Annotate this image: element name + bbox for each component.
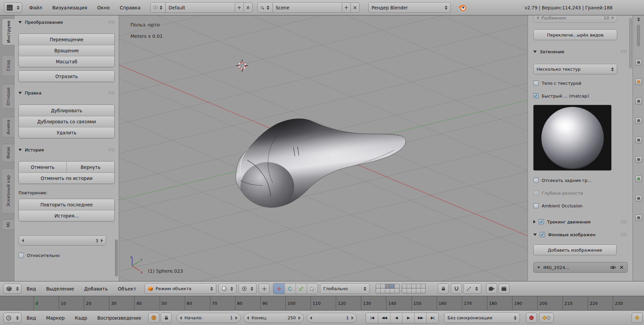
dof-row[interactable]: Глубина резкости xyxy=(533,189,627,197)
keying-set-button[interactable] xyxy=(539,313,554,323)
ao-checkbox[interactable] xyxy=(533,203,539,208)
decrement-arrow-icon[interactable] xyxy=(22,239,24,242)
panel-tab-icon[interactable] xyxy=(635,214,642,221)
textured-solid-checkbox[interactable] xyxy=(533,80,539,86)
lock-range-button[interactable] xyxy=(161,313,172,323)
tab-tools[interactable]: Инструме xyxy=(2,18,15,45)
model-sphere-023[interactable] xyxy=(220,92,415,212)
next-keyframe-button[interactable]: ▶▶ xyxy=(414,313,426,323)
pivot-dropdown[interactable] xyxy=(238,283,257,294)
translate-button[interactable]: Перемещение xyxy=(19,34,114,45)
layout-close-button[interactable]: × xyxy=(244,2,253,13)
tab-physics[interactable]: Физи xyxy=(2,144,14,162)
tab-grease-pencil[interactable]: Эскизный кар xyxy=(2,168,14,213)
relative-checkbox[interactable] xyxy=(18,253,24,258)
editor-type-selector[interactable] xyxy=(3,313,21,323)
chevron-updown-icon[interactable] xyxy=(637,17,640,21)
tab-relations[interactable]: Отноше xyxy=(2,84,14,109)
layer-cell[interactable] xyxy=(395,284,399,288)
render-engine-dropdown[interactable]: Рендер Blender xyxy=(368,2,451,13)
layer-cell[interactable] xyxy=(402,289,407,293)
background-image-item[interactable]: IMG_2024... × xyxy=(533,262,628,273)
jump-to-end-button[interactable]: ▶| xyxy=(426,313,438,323)
tab-animation[interactable]: Анима xyxy=(2,117,14,137)
tab-misc[interactable]: Mi xyxy=(2,219,14,230)
duplicate-linked-button[interactable]: Дублировать со связями xyxy=(19,116,114,127)
relative-checkbox-row[interactable]: Относительно xyxy=(18,251,115,259)
remove-image-icon[interactable]: × xyxy=(620,265,624,270)
backface-cull-row[interactable]: Отсекать задние гр... xyxy=(533,176,627,184)
scale-button[interactable]: Масштаб xyxy=(19,56,114,67)
menu-marker[interactable]: Маркер xyxy=(41,315,70,321)
panel-tab-icon[interactable] xyxy=(635,117,642,124)
steps-number-field[interactable]: 3 xyxy=(18,236,106,246)
layer-cell[interactable] xyxy=(421,289,425,293)
backface-cull-checkbox[interactable] xyxy=(533,178,539,183)
panel-header-transform[interactable]: Преобразование xyxy=(18,18,115,26)
manipulator-translate-button[interactable] xyxy=(273,283,284,294)
layer-cell[interactable] xyxy=(407,289,411,293)
undo-button[interactable]: Отменить xyxy=(19,161,66,173)
mirror-button[interactable]: Отразить xyxy=(19,71,114,82)
ao-row[interactable]: Ambient Occlusion xyxy=(533,202,627,210)
jump-to-start-button[interactable]: |◀ xyxy=(366,313,378,323)
properties-shelf-scrollbar[interactable] xyxy=(629,18,632,68)
preview-range-button[interactable] xyxy=(148,313,159,323)
strip-scrollbar[interactable] xyxy=(637,25,640,46)
layer-cell-active[interactable] xyxy=(385,284,390,288)
transform-orientation-dropdown[interactable]: Глобально xyxy=(320,283,370,294)
menu-add[interactable]: Добавить xyxy=(79,286,113,291)
menu-view[interactable]: Вид xyxy=(21,286,41,291)
panel-header-edit[interactable]: Правка xyxy=(18,89,115,97)
motion-tracking-checkbox[interactable] xyxy=(539,219,544,224)
panel-grip[interactable] xyxy=(621,50,627,53)
menu-window[interactable]: Окно xyxy=(92,5,115,10)
eye-icon[interactable] xyxy=(610,265,616,270)
rotate-button[interactable]: Вращение xyxy=(19,45,114,56)
dof-checkbox[interactable] xyxy=(533,190,539,196)
snap-element-dropdown[interactable] xyxy=(463,283,481,294)
layout-browse-button[interactable] xyxy=(150,2,166,13)
layer-cell[interactable] xyxy=(381,284,385,288)
matcap-checkbox[interactable] xyxy=(533,93,539,99)
expand-arrow-icon[interactable] xyxy=(537,266,540,268)
layer-cell[interactable] xyxy=(402,284,407,288)
panel-grip[interactable] xyxy=(108,148,115,151)
decrement-arrow-icon[interactable] xyxy=(247,316,249,320)
pivot-align-toggle[interactable] xyxy=(259,283,270,294)
tab-create[interactable]: Созд xyxy=(2,55,14,76)
panel-grip[interactable] xyxy=(108,91,115,94)
decrement-arrow-icon[interactable] xyxy=(537,16,539,19)
menu-render[interactable]: Визуализация xyxy=(47,5,92,10)
layer-cell[interactable] xyxy=(416,289,421,293)
layer-cell[interactable] xyxy=(412,289,416,293)
panel-header-motion-tracking[interactable]: Трекинг движения xyxy=(533,218,627,226)
panel-tab-icon[interactable] xyxy=(635,137,642,143)
background-images-checkbox[interactable] xyxy=(540,232,545,237)
viewport-3d[interactable]: Польз.-орто Meters x 0.01 (1) Sphere.023… xyxy=(119,15,528,281)
repeat-last-button[interactable]: Повторить последнее xyxy=(19,199,114,210)
panel-tab-icon[interactable] xyxy=(635,156,642,163)
panel-tab-icon[interactable] xyxy=(635,59,642,66)
increment-arrow-icon[interactable] xyxy=(101,239,103,242)
frame-start-field[interactable]: Начало: 1 xyxy=(176,313,241,323)
panel-grip[interactable] xyxy=(621,233,627,236)
viewport-shading-dropdown[interactable] xyxy=(218,283,236,294)
menu-playback[interactable]: Воспроизведение xyxy=(92,315,146,321)
layer-cell[interactable] xyxy=(395,289,399,293)
panel-tab-icon[interactable] xyxy=(635,176,642,182)
menu-frame[interactable]: Кадр xyxy=(70,315,92,321)
tool-shelf-scrollbar[interactable] xyxy=(115,240,118,276)
scene-add-button[interactable]: + xyxy=(342,2,351,13)
frame-end-field[interactable]: Конец: 250 xyxy=(244,313,304,323)
mode-dropdown[interactable]: Режим объекта xyxy=(145,283,216,294)
timeline-ruler[interactable]: 0102030405060708090100110120130140150160… xyxy=(0,296,644,311)
decrement-arrow-icon[interactable] xyxy=(310,316,312,320)
increment-arrow-icon[interactable] xyxy=(235,316,237,320)
editor-type-selector[interactable] xyxy=(3,283,21,294)
layer-cell[interactable] xyxy=(376,289,380,293)
layer-cell[interactable] xyxy=(385,289,390,293)
keying-extra-button[interactable] xyxy=(632,313,643,323)
increment-arrow-icon[interactable] xyxy=(352,316,354,320)
snap-toggle-button[interactable] xyxy=(451,283,462,294)
